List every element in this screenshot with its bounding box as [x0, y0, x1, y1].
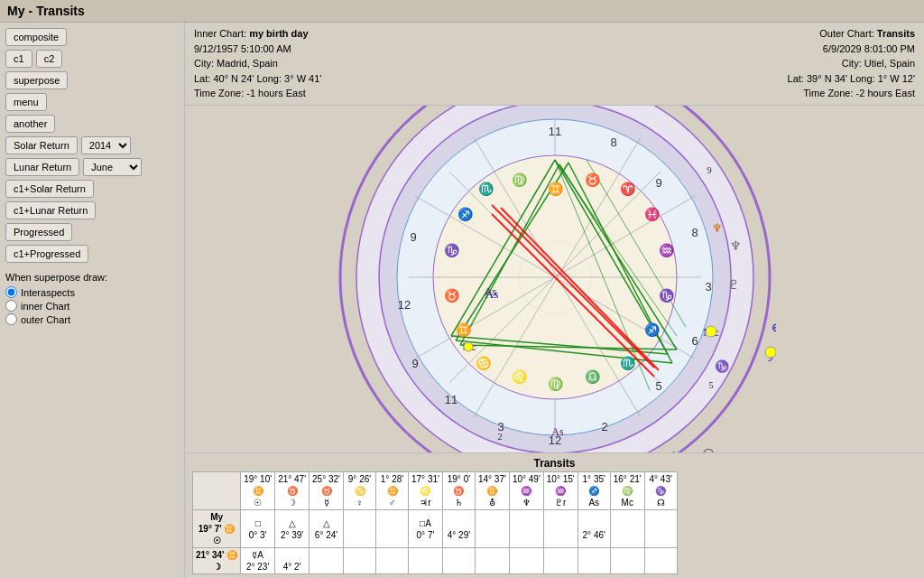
- svg-text:♍: ♍: [547, 377, 563, 392]
- another-button[interactable]: another: [5, 115, 55, 133]
- row1-col7: 4° 29': [442, 510, 475, 548]
- row1-col4: [344, 510, 376, 548]
- row2-col13: [644, 548, 677, 574]
- svg-text:12: 12: [397, 298, 410, 312]
- progressed-button[interactable]: Progressed: [5, 223, 72, 241]
- superpose-section-label: When superpose draw:: [5, 272, 179, 283]
- svg-text:9: 9: [410, 230, 416, 244]
- svg-text:♓: ♓: [643, 207, 660, 222]
- solar-year-select[interactable]: 2014 2015 2016: [81, 136, 131, 154]
- lunar-return-button[interactable]: Lunar Return: [5, 158, 79, 176]
- table-title: Transits: [192, 457, 917, 470]
- svg-text:♆: ♆: [712, 221, 723, 235]
- radio-outer[interactable]: [5, 313, 17, 325]
- svg-point-72: [706, 326, 716, 337]
- c1progressed-row: c1+Progressed: [5, 245, 179, 263]
- col-sun-deg: 19° 10'♊☉: [241, 472, 275, 510]
- header-empty: [193, 472, 241, 510]
- row2-col11: [578, 548, 610, 574]
- c1-lunar-button[interactable]: c1+Lunar Return: [5, 201, 96, 219]
- svg-text:♒: ♒: [658, 243, 674, 258]
- c2-button[interactable]: c2: [36, 50, 63, 68]
- svg-text:9: 9: [655, 176, 661, 190]
- row1-col2: △2° 39': [275, 510, 310, 548]
- row2-col7: [442, 548, 475, 574]
- radio-inner[interactable]: [5, 300, 17, 312]
- inner-chart-name: my birth day: [249, 28, 308, 39]
- col-mercury-deg: 25° 32'♉☿: [310, 472, 344, 510]
- row2-col4: [344, 548, 376, 574]
- progressed-row: Progressed: [5, 223, 179, 241]
- svg-text:9: 9: [707, 164, 712, 175]
- svg-text:♍: ♍: [511, 172, 527, 188]
- svg-text:⊕: ⊕: [771, 321, 776, 334]
- row2-col8: [475, 548, 509, 574]
- table-header-row: 19° 10'♊☉ 21° 47'♉☽ 25° 32'♉☿ 9° 26'♋♀ 1…: [193, 472, 678, 510]
- row2-label: 21° 34' ♊☽: [193, 548, 241, 574]
- inner-chart-tz: Time Zone: -1 hours East: [194, 86, 321, 101]
- svg-point-93: [464, 342, 473, 351]
- main-layout: composite c1 c2 superpose menu another S…: [0, 23, 924, 578]
- composite-row: composite: [5, 28, 179, 46]
- radio-outer-label: outer Chart: [21, 314, 70, 325]
- col-pluto-deg: 10° 15'♒♇r: [543, 472, 578, 510]
- c1-button[interactable]: c1: [5, 50, 32, 68]
- svg-text:♐: ♐: [643, 322, 660, 338]
- row1-col5: [376, 510, 409, 548]
- superpose-section: When superpose draw: Interaspects inner …: [5, 272, 179, 327]
- transits-table: 19° 10'♊☉ 21° 47'♉☽ 25° 32'♉☿ 9° 26'♋♀ 1…: [192, 471, 678, 574]
- lunar-month-select[interactable]: June July August: [83, 158, 142, 176]
- row1-col13: [644, 510, 677, 548]
- outer-chart-name: Transits: [877, 28, 915, 39]
- c1lunar-row: c1+Lunar Return: [5, 201, 179, 219]
- sidebar: composite c1 c2 superpose menu another S…: [0, 23, 185, 578]
- svg-text:♏: ♏: [477, 182, 494, 197]
- svg-text:2: 2: [497, 431, 503, 442]
- title-bar: My - Transits: [0, 0, 924, 23]
- table-row-2: 21° 34' ♊☽ ☿A2° 23' 4° 2': [193, 548, 678, 574]
- col-neptune-deg: 10° 49'♒♆: [509, 472, 543, 510]
- row1-col8: [475, 510, 509, 548]
- menu-button[interactable]: menu: [5, 93, 47, 111]
- svg-text:♊: ♊: [455, 322, 471, 338]
- radio-outer-row: outer Chart: [5, 313, 179, 325]
- content-area: Inner Chart: my birth day 9/12/1957 5:10…: [185, 23, 924, 578]
- row1-col9: [509, 510, 543, 548]
- row2-col9: [509, 548, 543, 574]
- outer-chart-date: 6/9/2029 8:01:00 PM: [788, 42, 915, 57]
- title-my: My: [7, 4, 24, 18]
- title-sep: -: [28, 4, 32, 18]
- svg-point-94: [765, 347, 776, 358]
- col-moon-deg: 21° 47'♉☽: [275, 472, 310, 510]
- svg-text:8: 8: [691, 226, 698, 239]
- radio-inner-label: inner Chart: [21, 301, 69, 312]
- chart-area: 11 8 9 8 3 6 5 2 12 3 11 9 12 9: [185, 106, 924, 453]
- svg-text:♎: ♎: [584, 369, 600, 385]
- radio-interaspects[interactable]: [5, 286, 17, 298]
- svg-text:5: 5: [655, 379, 661, 393]
- row2-col5: [376, 548, 409, 574]
- outer-chart-latlong: Lat: 39° N 34' Long: 1° W 12': [788, 71, 915, 87]
- outer-chart-tz: Time Zone: -2 hours East: [788, 86, 915, 101]
- svg-text:♇: ♇: [727, 278, 739, 292]
- col-as-deg: 1° 35'♐As: [578, 472, 610, 510]
- superpose-button[interactable]: superpose: [5, 71, 68, 89]
- svg-text:8: 8: [610, 135, 616, 149]
- outer-chart-label: Outer Chart: Transits: [788, 26, 915, 42]
- svg-text:♏: ♏: [619, 356, 635, 371]
- inner-label-text: Inner Chart:: [194, 28, 246, 39]
- outer-chart-city: City: Utiel, Spain: [788, 56, 915, 71]
- svg-text:As: As: [551, 425, 564, 438]
- svg-text:As: As: [485, 286, 496, 297]
- c1-solar-button[interactable]: c1+Solar Return: [5, 180, 94, 198]
- col-node-deg: 4° 43'♑☊: [644, 472, 677, 510]
- col-uranus-deg: 14° 37'♊⛢: [475, 472, 509, 510]
- col-mc-deg: 16° 21'♍Mc: [610, 472, 644, 510]
- solar-return-button[interactable]: Solar Return: [5, 136, 78, 154]
- c1-progressed-button[interactable]: c1+Progressed: [5, 245, 88, 263]
- svg-text:♈: ♈: [619, 182, 635, 197]
- row1-label: My19° 7' ♊☉: [193, 510, 241, 548]
- svg-text:♑: ♑: [658, 288, 674, 303]
- row1-col1: □0° 3': [241, 510, 275, 548]
- composite-button[interactable]: composite: [5, 28, 67, 46]
